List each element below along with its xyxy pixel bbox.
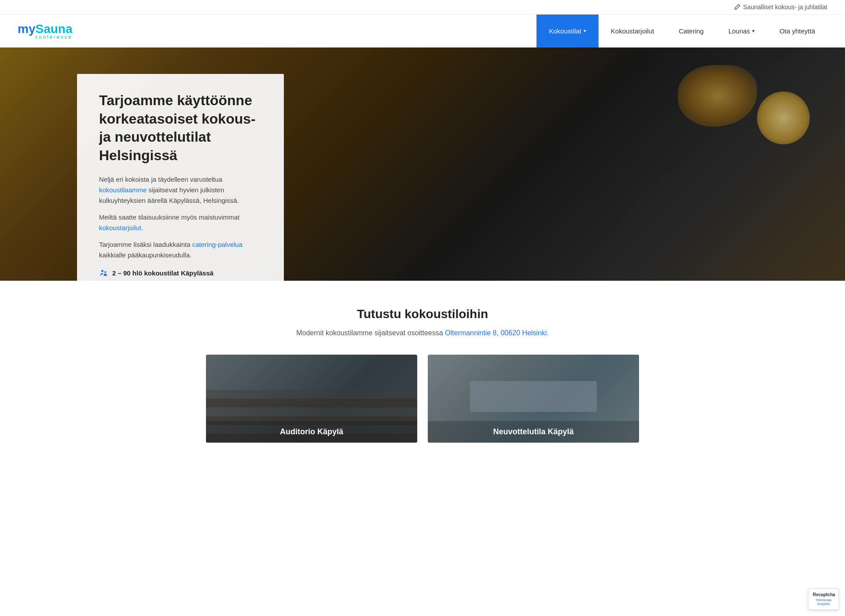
kokoustilat-link[interactable]: kokoustilaamme [99, 186, 147, 194]
logo-my: my [18, 22, 35, 36]
nav-items: Kokoustilat ▾ Kokoustarjoilut Catering L… [536, 15, 827, 48]
explore-title: Tutustu kokoustiloihin [18, 307, 827, 321]
hero-desc-1: Neljä eri kokoista ja täydelleen varuste… [99, 174, 262, 206]
logo[interactable]: mySauna conference [18, 22, 73, 40]
room-label-auditorio: Auditorio Käpylä [206, 421, 417, 443]
hero-desc-3: Tarjoamme lisäksi laadukkainta catering-… [99, 239, 262, 260]
svg-point-1 [104, 271, 106, 273]
top-bar-link-text: Saunalliset kokous- ja juhlatilat [743, 4, 827, 11]
address-link[interactable]: Oltermannintie 8, 00620 Helsinki. [445, 329, 549, 337]
nav-item-lounas[interactable]: Lounas ▾ [716, 15, 767, 48]
nav-item-kokoustarjoilut[interactable]: Kokoustarjoilut [599, 15, 666, 48]
room-cards: Auditorio Käpylä Neuvottelutila Käpylä [18, 355, 827, 443]
hero-section: Tarjoamme käyttöönne korkeatasoiset koko… [0, 48, 845, 281]
room-label-neuvottelutila: Neuvottelutila Käpylä [428, 421, 639, 443]
hero-desc-2: Meiltä saatte tilaisuuksiinne myös maist… [99, 212, 262, 233]
explore-section: Tutustu kokoustiloihin Modernit kokousti… [0, 281, 845, 460]
top-bar: Saunalliset kokous- ja juhlatilat [0, 0, 845, 15]
room-card-neuvottelutila[interactable]: Neuvottelutila Käpylä [428, 355, 639, 443]
nav-item-kokoustilat[interactable]: Kokoustilat ▾ [536, 15, 598, 48]
hero-capacity: 2 – 90 hlö kokoustilat Käpylässä [99, 268, 262, 277]
edit-icon [734, 4, 741, 11]
hero-card: Tarjoamme käyttöönne korkeatasoiset koko… [77, 74, 284, 281]
explore-desc: Modernit kokoustilamme sijaitsevat osoit… [18, 329, 827, 337]
chevron-down-icon-2: ▾ [752, 28, 755, 34]
chevron-down-icon: ▾ [584, 28, 586, 34]
nav-item-catering[interactable]: Catering [666, 15, 716, 48]
room-card-auditorio[interactable]: Auditorio Käpylä [206, 355, 417, 443]
main-nav: mySauna conference Kokoustilat ▾ Kokoust… [0, 15, 845, 48]
logo-sauna: Sauna [35, 22, 72, 36]
hero-title: Tarjoamme käyttöönne korkeatasoiset koko… [99, 92, 262, 165]
catering-link[interactable]: catering-palvelua [192, 241, 242, 248]
kokoustarjoilut-link[interactable]: kokoustarjoilut [99, 224, 141, 231]
people-icon [99, 268, 108, 277]
nav-item-ota-yhteytta[interactable]: Ota yhteyttä [767, 15, 827, 48]
top-bar-link[interactable]: Saunalliset kokous- ja juhlatilat [734, 4, 827, 11]
svg-point-0 [101, 270, 103, 272]
